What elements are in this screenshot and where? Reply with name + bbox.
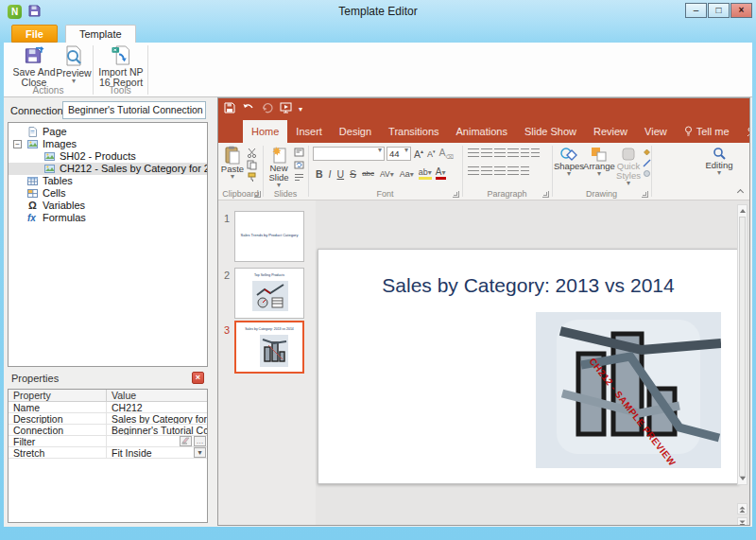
- tab-slide-show[interactable]: Slide Show: [516, 120, 585, 143]
- preview-button[interactable]: Preview ▾: [57, 44, 91, 88]
- editing-button[interactable]: Editing ▾: [703, 147, 735, 176]
- property-value[interactable]: CH212: [108, 402, 207, 412]
- underline-button[interactable]: U: [337, 168, 345, 180]
- columns-icon[interactable]: [531, 148, 540, 157]
- text-shadow-button[interactable]: abc: [362, 169, 374, 178]
- reset-icon[interactable]: [294, 160, 304, 170]
- font-color-button[interactable]: A▾: [436, 167, 446, 180]
- new-slide-button[interactable]: New Slide ▾: [266, 146, 292, 188]
- decrease-indent-icon[interactable]: [494, 148, 506, 157]
- shapes-button[interactable]: Shapes ▾: [555, 147, 583, 177]
- section-icon[interactable]: [294, 172, 304, 183]
- previous-slide-button[interactable]: [737, 503, 747, 514]
- table-row[interactable]: Stretch Fit Inside ▾: [9, 447, 207, 459]
- clipboard-dialog-launcher[interactable]: [254, 191, 261, 198]
- clear-formatting-icon[interactable]: A⌫: [439, 147, 455, 160]
- import-np16-button[interactable]: Import NP 16 Report: [96, 44, 146, 88]
- line-spacing-icon[interactable]: [521, 148, 529, 157]
- drawing-dialog-launcher[interactable]: [642, 191, 648, 198]
- table-row[interactable]: Name CH212: [9, 402, 207, 413]
- table-row[interactable]: Description Sales by Category for 2014 v…: [9, 413, 207, 425]
- slide-thumbnail-3[interactable]: Sales by Category: 2013 vs 2014: [234, 321, 304, 374]
- customize-qat-chevron-down-icon[interactable]: ▾: [299, 105, 302, 113]
- tree-item-variables[interactable]: Ω Variables: [9, 200, 207, 212]
- slide-title[interactable]: Sales by Category: 2013 vs 2014: [318, 274, 738, 297]
- property-value[interactable]: Sales by Category for 2014 vs: [108, 413, 207, 424]
- save-and-close-button[interactable]: Save And Close: [9, 44, 59, 88]
- filter-eraser-icon[interactable]: [180, 436, 192, 446]
- undo-icon[interactable]: [242, 102, 255, 115]
- tree-item-page[interactable]: Page: [9, 126, 207, 138]
- table-row[interactable]: Connection Beginner's Tutorial Connectio: [9, 425, 207, 436]
- tree-item-ch212[interactable]: CH212 - Sales by Category for 2014 vs 20…: [9, 163, 207, 175]
- scrollbar-thumb[interactable]: [739, 217, 746, 477]
- change-case-button[interactable]: Aa▾: [400, 169, 414, 179]
- ppt-save-icon[interactable]: [224, 102, 235, 115]
- bullets-icon[interactable]: [468, 148, 479, 157]
- italic-button[interactable]: I: [329, 168, 332, 180]
- properties-close-icon[interactable]: ×: [192, 372, 204, 384]
- tab-design[interactable]: Design: [331, 120, 380, 143]
- shape-fill-icon[interactable]: [643, 148, 651, 157]
- scroll-down-icon[interactable]: [740, 477, 746, 480]
- paste-dropdown-icon[interactable]: ▾: [231, 174, 234, 180]
- collapse-icon[interactable]: −: [13, 140, 22, 148]
- text-direction-icon[interactable]: [521, 166, 529, 175]
- redo-icon[interactable]: [262, 102, 273, 115]
- tab-insert[interactable]: Insert: [287, 120, 331, 143]
- tab-transitions[interactable]: Transitions: [380, 120, 447, 143]
- preview-dropdown-icon[interactable]: ▾: [72, 78, 76, 84]
- highlight-color-button[interactable]: ab▾: [419, 168, 432, 180]
- vertical-scrollbar[interactable]: [737, 204, 747, 485]
- shape-effects-icon[interactable]: [643, 169, 651, 178]
- font-name-select[interactable]: ▾: [313, 147, 385, 161]
- share-button[interactable]: Share: [738, 120, 750, 143]
- table-row[interactable]: Filter …: [9, 436, 207, 447]
- decrease-font-icon[interactable]: A▾: [427, 148, 436, 159]
- arrange-button[interactable]: Arrange ▾: [584, 147, 614, 177]
- tab-animations[interactable]: Animations: [448, 120, 516, 143]
- format-painter-icon[interactable]: [247, 172, 257, 183]
- copy-icon[interactable]: [247, 160, 257, 170]
- align-right-icon[interactable]: [494, 166, 506, 175]
- tree-item-sh02[interactable]: SH02 - Products: [9, 150, 207, 163]
- align-left-icon[interactable]: [468, 166, 479, 175]
- paragraph-dialog-launcher[interactable]: [542, 191, 549, 198]
- numbering-icon[interactable]: [481, 148, 492, 157]
- next-slide-button[interactable]: [737, 517, 747, 526]
- scroll-up-icon[interactable]: [740, 209, 746, 213]
- increase-font-icon[interactable]: A▴: [414, 148, 423, 160]
- collapse-ribbon-icon[interactable]: [737, 188, 744, 195]
- font-dialog-launcher[interactable]: [453, 191, 459, 198]
- minimize-button[interactable]: –: [685, 3, 707, 18]
- font-size-select[interactable]: 44▾: [387, 147, 411, 161]
- start-slideshow-icon[interactable]: [280, 102, 292, 115]
- cut-icon[interactable]: [247, 148, 257, 158]
- align-center-icon[interactable]: [481, 166, 492, 175]
- tab-view[interactable]: View: [636, 120, 676, 143]
- bold-button[interactable]: B: [316, 168, 323, 180]
- tab-review[interactable]: Review: [585, 120, 636, 143]
- tab-home[interactable]: Home: [243, 120, 287, 143]
- tree-item-images[interactable]: − Images: [9, 138, 207, 150]
- strikethrough-button[interactable]: S: [350, 168, 356, 180]
- layout-icon[interactable]: [294, 148, 304, 158]
- property-value[interactable]: Beginner's Tutorial Connectio: [108, 425, 207, 435]
- tell-me-tab[interactable]: Tell me: [676, 120, 738, 143]
- stretch-chevron-down-icon[interactable]: ▾: [194, 447, 206, 458]
- tree-item-tables[interactable]: Tables: [9, 175, 207, 187]
- filter-ellipsis-button[interactable]: …: [194, 436, 206, 446]
- slide-thumbnail-2[interactable]: Top Selling Products: [234, 268, 304, 319]
- increase-indent-icon[interactable]: [507, 148, 519, 157]
- quick-styles-button[interactable]: Quick Styles ▾: [615, 147, 642, 186]
- template-tab[interactable]: Template: [65, 25, 136, 43]
- chart-image-placeholder[interactable]: CH212 - SAMPLE PREVIEW: [536, 312, 721, 468]
- tree-item-cells[interactable]: Cells: [9, 187, 207, 200]
- property-value[interactable]: Fit Inside: [108, 447, 207, 458]
- close-button[interactable]: ×: [730, 3, 752, 18]
- property-value[interactable]: [108, 436, 207, 446]
- connection-select[interactable]: Beginner's Tutorial Connection - QV: [62, 101, 206, 119]
- current-slide[interactable]: Sales by Category: 2013 vs 2014: [318, 249, 739, 484]
- file-tab[interactable]: File: [11, 25, 58, 43]
- justify-icon[interactable]: [507, 166, 519, 175]
